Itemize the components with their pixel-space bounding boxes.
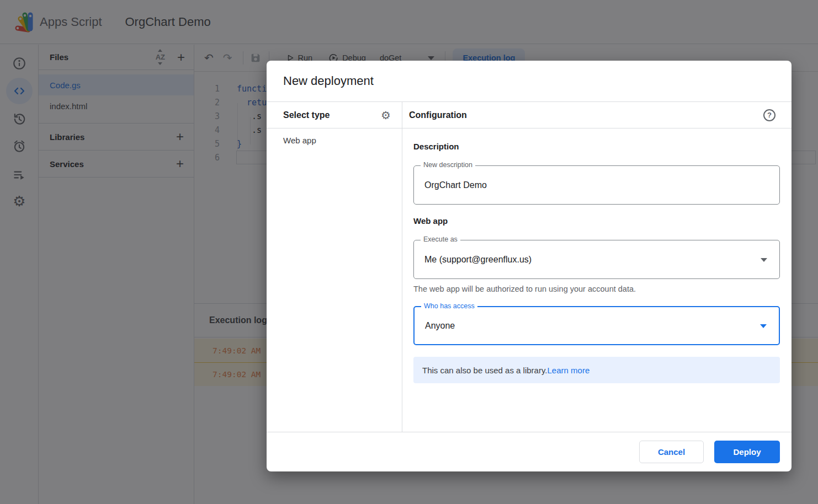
cancel-button[interactable]: Cancel (639, 441, 704, 463)
library-info-box: This can also be used as a library. Lear… (413, 357, 780, 383)
type-option-web-app[interactable]: Web app (267, 128, 402, 152)
execute-as-label: Execute as (421, 235, 460, 243)
deploy-button[interactable]: Deploy (714, 441, 780, 463)
who-has-access-label: Who has access (421, 302, 477, 310)
select-type-header: Select type ⚙ (267, 102, 402, 128)
who-has-access-dropdown-icon[interactable] (760, 324, 767, 328)
dialog-footer: Cancel Deploy (267, 432, 792, 471)
execute-as-helper: The web app will be authorized to run us… (413, 285, 636, 293)
select-type-column: Select type ⚙ Web app (267, 102, 402, 432)
help-icon[interactable]: ? (763, 109, 775, 121)
description-section-label: Description (413, 142, 459, 151)
execute-as-value: Me (support@greenflux.us) (424, 255, 532, 265)
new-description-label: New description (421, 161, 475, 169)
configuration-body: Description New description OrgChart Dem… (402, 128, 792, 432)
new-description-input[interactable]: New description OrgChart Demo (413, 165, 780, 205)
configuration-header: Configuration ? (402, 102, 792, 128)
learn-more-link[interactable]: Learn more (548, 366, 590, 375)
apps-script-screen: Apps Script OrgChart Demo (0, 0, 818, 504)
deployment-type-settings-icon[interactable]: ⚙ (381, 109, 391, 122)
execute-as-select[interactable]: Execute as Me (support@greenflux.us) (413, 240, 780, 279)
new-deployment-dialog: New deployment Select type ⚙ Web app Con… (267, 61, 792, 471)
new-description-value: OrgChart Demo (424, 180, 487, 190)
who-has-access-select[interactable]: Who has access Anyone (413, 306, 780, 345)
execute-as-dropdown-icon[interactable] (761, 258, 767, 262)
library-note: This can also be used as a library. (422, 366, 548, 375)
web-app-section-label: Web app (413, 216, 448, 226)
dialog-title: New deployment (267, 61, 792, 102)
configuration-column: Configuration ? Description New descript… (402, 102, 792, 432)
who-has-access-value: Anyone (425, 321, 455, 331)
